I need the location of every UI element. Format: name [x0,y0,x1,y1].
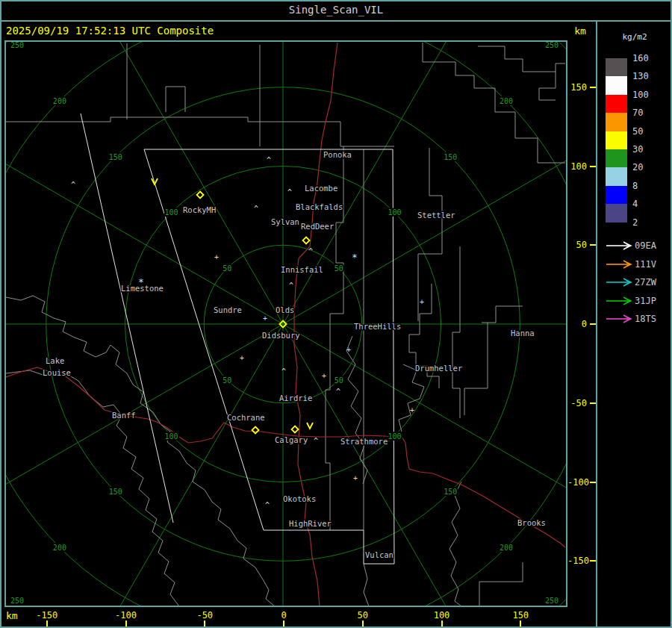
right-axis-tick [590,402,596,404]
legend-color-swatch [606,149,627,167]
city-label: Airdrie [279,394,312,402]
caret-marker: ^ [314,437,318,445]
city-label: Innisfail [281,265,323,274]
city-label: RockyMH [183,205,216,214]
right-axis-tick [590,482,596,483]
right-axis-tick-label: -150 [567,556,587,566]
legend-color-swatch [606,167,627,185]
plus-marker: + [240,354,244,362]
plus-marker: + [353,474,358,482]
caret-marker: ^ [308,247,313,255]
bottom-axis-tick [283,621,284,627]
city-label: Blackfalds [296,202,343,211]
asterisk-marker: * [352,252,358,263]
plus-marker: + [410,406,414,414]
bottom-axis-tick [520,621,521,627]
legend-color-swatch [606,186,627,204]
ring-distance-label: 100 [164,208,178,217]
city-label: Lake [46,356,64,365]
right-axis: 150100500-50-100-150 [567,40,596,607]
caret-marker: ^ [254,205,258,213]
station-id-label: 111V [635,258,656,270]
plus-marker: + [263,314,267,323]
station-id-label: 18TS [635,313,656,325]
station-arrow-icon [605,313,635,325]
legend-color-swatch [606,76,627,94]
station-arrow-icon [605,276,635,288]
ring-distance-label: 100 [388,432,402,441]
legend-scale-value: 20 [632,161,662,173]
city-label: Lacombe [305,184,337,193]
city-label: Sundre [214,305,242,314]
right-axis-tick [590,244,596,246]
city-label: Cochrane [227,413,265,422]
legend-color-swatch [606,95,627,113]
caret-marker: ^ [265,501,270,509]
bottom-axis-tick-label: 0 [263,610,305,621]
right-axis-tick [590,87,596,88]
ring-distance-label: 50 [223,376,231,385]
legend-color-swatch [606,113,627,131]
bottom-axis: km -150-100-50050100150 [0,607,596,628]
city-label: Okotoks [283,494,316,503]
city-label: Calgary [275,435,308,444]
caret-marker: ^ [287,188,292,196]
caret-marker: ^ [289,282,293,290]
legend-station-row: 31JP [597,295,672,307]
ring-distance-label: 200 [500,97,513,105]
caret-marker: ^ [336,388,340,396]
legend-scale-value: 2 [632,217,662,228]
city-label: Didsbury [262,331,300,340]
right-axis-tick-label: 150 [567,82,587,93]
caret-marker: ^ [281,367,286,376]
legend-scale-value: 4 [632,198,662,210]
city-label: Sylvan [271,217,299,226]
city-label: Strathmore [340,437,388,446]
station-arrow-icon [605,240,635,252]
station-arrow-icon [605,258,635,270]
right-axis-tick-label: 50 [567,240,587,250]
plus-marker: + [322,372,326,380]
ring-distance-label: 150 [109,488,122,496]
radar-map[interactable]: 5050505010010010010015015015015020020020… [4,40,567,607]
legend-color-swatch [606,58,627,76]
city-label: HighRiver [289,519,332,528]
window-title: Single_Scan_VIL [289,4,383,16]
asterisk-marker: * [138,276,144,287]
legend-scale-value: 50 [632,125,662,137]
legend-scale-value: 8 [632,180,662,192]
right-axis-tick [590,560,596,562]
bottom-axis-tick-label: 50 [342,610,384,621]
plus-marker: + [346,346,351,354]
ring-distance-label: 250 [10,597,24,605]
bottom-axis-tick [441,621,443,627]
ring-distance-label: 250 [545,42,559,49]
city-label: Stettler [417,211,455,220]
bottom-axis-tick [362,621,364,627]
legend-scale-value: 30 [632,143,662,155]
ring-distance-label: 50 [335,264,343,273]
bottom-axis-tick [125,621,127,627]
station-id-label: 09EA [635,240,656,252]
bottom-axis-unit-label: km [6,610,18,621]
right-axis-tick [590,166,596,167]
bottom-axis-tick-label: 100 [421,610,463,621]
legend-scale-value: 130 [632,70,662,82]
ring-distance-label: 150 [444,153,457,161]
title-bar: Single_Scan_VIL [0,0,672,22]
ring-distance-label: 150 [109,153,122,161]
legend-station-row: 111V [597,258,672,270]
right-axis-tick-label: 0 [567,319,587,329]
scan-timestamp: 2025/09/19 17:52:13 UTC Composite [6,25,214,37]
city-label: Drumheller [415,364,462,373]
radar-map-canvas[interactable]: 5050505010010010010015015015015020020020… [6,42,566,606]
bottom-axis-tick [46,621,48,627]
city-label: RedDeer [301,222,334,231]
legend-color-swatch [606,204,627,222]
right-axis-tick [590,323,596,325]
bottom-axis-tick-label: 150 [500,610,541,621]
radar-viewer-window: Single_Scan_VIL 2025/09/19 17:52:13 UTC … [0,0,672,628]
legend-color-swatch [606,131,627,149]
right-axis-tick-label: -50 [567,398,587,408]
city-label: Louise [43,368,71,377]
